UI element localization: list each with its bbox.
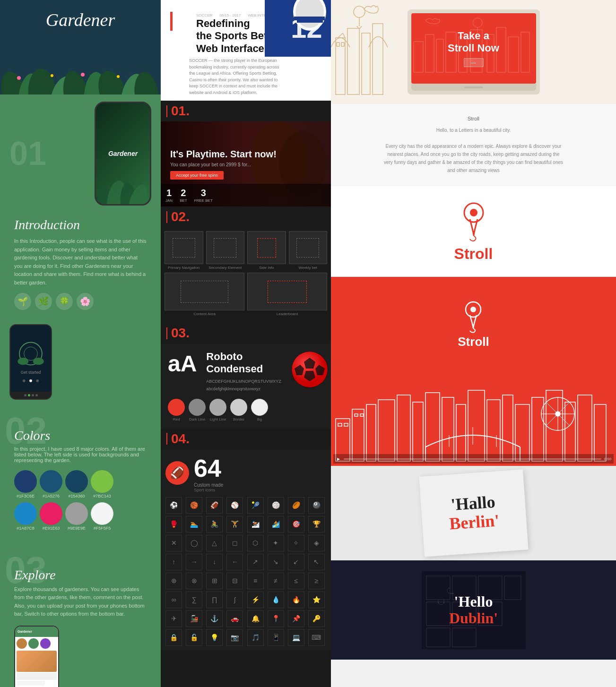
small-phone: Get started [9,324,52,400]
section-num-03: 03. [171,326,190,340]
dublin-card: 'HelloDublin' [422,571,526,649]
icon-cell-46: 💧 [268,592,284,608]
icon-count-block: 64 Custom made Sport icons [194,454,223,492]
video-controls[interactable]: ▶ 0:00 [333,454,614,464]
sports-ui-screen: It's Playtime. Start now! You can place … [161,121,331,206]
palette-red [168,399,185,416]
sports-accent-bar [170,12,173,31]
palette-label-border: Border [233,417,244,421]
icons-header: 🏈 64 Custom made Sport icons [165,454,326,492]
gardener-title: Gardener [46,9,115,30]
icon-cell-5: 🎾 [247,497,264,514]
icon-cell-13: ⛷️ [247,516,264,532]
wireframe-inner-5 [181,281,228,303]
icon-cell-4: ⚾ [226,497,243,514]
explore-screen-body: ♥ 💬 ↗ [15,637,58,687]
left-body: 01 Gardener Introduct [0,94,161,687]
explore-screen-header: Gardener [15,627,58,637]
section-02-marker-bar [166,211,167,223]
video-progress-bar[interactable] [344,458,601,460]
wireframe-box-5 [165,273,244,310]
soccer-ball-decoration [291,351,329,388]
svg-rect-56 [446,32,456,72]
dublin-text: 'HelloDublin' [449,593,498,627]
svg-rect-57 [459,37,467,72]
odds-label-1: JAN [165,198,173,203]
sports-date-label: 06/15 - 2017 [219,13,241,17]
icon-cell-30: ↘ [268,554,284,570]
svg-rect-59 [487,34,494,72]
odds-num-1: 1 [166,188,172,198]
swatch-container-1: #1F3C6E [14,470,37,498]
icon-cell-25: ↑ [165,554,182,570]
dublin-section: 'HelloDublin' [331,560,616,660]
swatch-blue [14,502,37,525]
icon-cell-23: ✧ [288,535,304,551]
palette-item-dark: Dark Line [189,399,206,421]
swatch-teal [40,470,62,493]
explore-screen-row-1 [17,673,57,680]
wireframe-box-4 [289,231,328,264]
odds-item-1: 1 JAN [165,188,173,203]
svg-rect-55 [436,39,443,72]
svg-rect-69 [331,371,616,466]
football-player-image: 12 [265,0,331,57]
icon-cell-51: ⚓ [206,610,223,627]
icon-count-number: 64 [194,454,223,482]
svg-rect-111 [452,628,476,647]
plant-icon-1: 🌱 [14,293,31,310]
wireframe-box-3 [247,231,286,264]
icon-cell-48: ⭐ [308,592,325,608]
stroll-letter-section: Stroll Hello, to a Letters in a beautifu… [331,104,616,186]
stroll-city-section: ▶ 0:00 [331,371,616,466]
icon-cell-18: ◯ [186,535,202,551]
wireframe-cell-3: Side Info [247,231,286,270]
small-phone-screen: Get started [10,325,51,392]
swatch-container-5: #1A87C8 [14,502,37,531]
svg-point-66 [470,209,477,216]
palette-light [209,399,226,416]
icon-cell-15: 🎯 [288,516,304,532]
stroll-brand-inner: Stroll [458,299,489,349]
swatch-container-4: #7BC143 [91,470,113,498]
icon-count-sub: Sport icons [194,488,223,492]
icon-cell-63: 💻 [288,629,304,646]
svg-point-20 [17,358,28,365]
middle-column: SOCCER 06/15 - 2017 WEB INTERFACE DESIGN… [161,0,331,687]
swatch-green [91,470,113,493]
wireframe-inner-2 [214,238,236,258]
odds-num-3: 3 [201,188,206,198]
play-button[interactable]: ▶ [336,456,341,462]
wireframe-cell-6: Leaderboard [247,273,327,316]
monitor-stand [464,86,483,88]
palette-label-bg: Bg [257,417,262,421]
icon-cell-38: ≠ [268,573,284,589]
wireframe-inner-4 [296,238,319,258]
letter-title: Stroll [350,116,597,121]
colors-number: 02 [5,409,47,453]
palette-item-red: Red [168,399,185,421]
icon-cell-26: → [186,554,202,570]
swatch-container-3: #154360 [65,470,88,498]
color-palette-row: Red Dark Line Light Line Border Bg [168,399,324,421]
wireframe-inner-1 [173,238,195,258]
swatch-label-3: #154360 [68,494,85,498]
icons-section: 🏈 64 Custom made Sport icons ⚽ 🏀 🏈 ⚾ 🎾 🏐… [161,449,331,651]
icon-cell-22: ✦ [268,535,284,551]
svg-point-25 [36,379,39,382]
svg-point-24 [29,379,32,382]
icon-cell-35: ⊞ [206,573,223,589]
icon-cell-12: 🏋️ [226,516,243,532]
stroll-brand-pin-icon [461,299,485,335]
svg-rect-17 [10,329,51,387]
stroll-berlin-section: 'HalloBerlin' [331,466,616,560]
wireframe-cell-1: Primary Navigation [165,231,203,270]
palette-bg [251,399,268,416]
stroll-pin-icon [460,200,488,243]
plant-icon-3: 🍀 [56,293,73,310]
icon-cell-44: ∫ [226,592,243,608]
sports-ui-sub: You can place your bet on 2999 $ for... [170,162,277,167]
monitor-screen-city-art [411,13,534,75]
icon-cell-9: 🥊 [165,516,182,532]
sports-ui-cta[interactable]: Accept your free spins [170,171,224,180]
